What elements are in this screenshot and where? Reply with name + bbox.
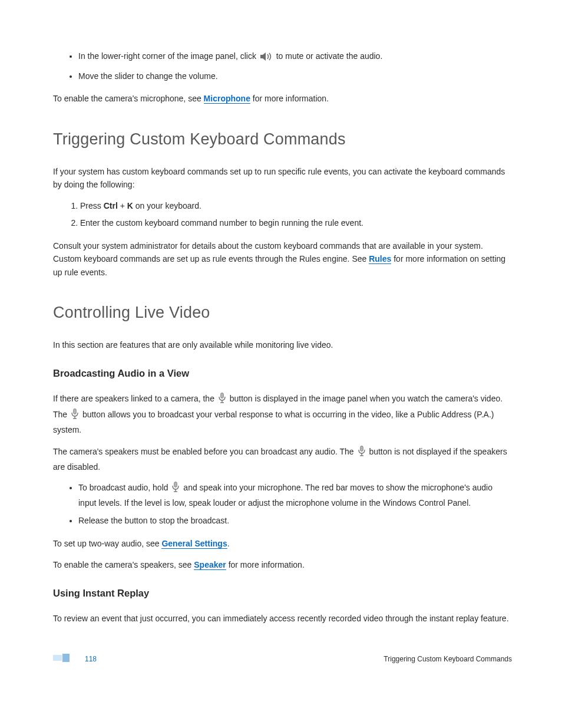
- text: To enable the camera's microphone, see: [53, 94, 204, 103]
- text: on your keyboard.: [133, 201, 201, 210]
- document-page: In the lower-right corner of the image p…: [0, 0, 562, 696]
- list-item: Release the button to stop the broadcast…: [78, 515, 512, 528]
- text: Move the slider to change the volume.: [78, 71, 218, 81]
- text: for more information.: [250, 94, 329, 103]
- footer-left: 118: [53, 653, 97, 665]
- paragraph: In this section are features that are on…: [53, 338, 512, 351]
- paragraph: If there are speakers linked to a camera…: [53, 392, 512, 436]
- paragraph: To enable the camera's microphone, see M…: [53, 92, 512, 105]
- microphone-icon: [218, 393, 226, 407]
- text: To enable the camera's speakers, see: [53, 560, 194, 569]
- text: for more information.: [226, 560, 305, 569]
- list-item: Press Ctrl + K on your keyboard.: [80, 200, 512, 213]
- subsection-replay: Using Instant Replay: [53, 588, 512, 599]
- text: Release the button to stop the broadcast…: [78, 516, 229, 525]
- text: To set up two-way audio, see: [53, 539, 161, 548]
- microphone-icon: [171, 482, 180, 497]
- svg-rect-6: [360, 446, 363, 451]
- text: to mute or activate the audio.: [276, 51, 383, 61]
- microphone-icon: [358, 446, 366, 460]
- svg-rect-12: [53, 655, 62, 661]
- audio-controls-list: In the lower-right corner of the image p…: [70, 50, 512, 83]
- list-item: Move the slider to change the volume.: [78, 70, 512, 83]
- paragraph: To review an event that just occurred, y…: [53, 612, 512, 625]
- section-heading-triggering: Triggering Custom Keyboard Commands: [53, 130, 512, 149]
- broadcast-steps-list: To broadcast audio, hold and speak into …: [70, 482, 512, 527]
- trigger-steps-list: Press Ctrl + K on your keyboard. Enter t…: [67, 200, 512, 230]
- svg-rect-13: [62, 654, 70, 662]
- general-settings-link[interactable]: General Settings: [161, 539, 227, 549]
- svg-rect-3: [74, 409, 77, 414]
- paragraph: To set up two-way audio, see General Set…: [53, 537, 512, 550]
- text: If there are speakers linked to a camera…: [53, 394, 217, 403]
- paragraph: Consult your system administrator for de…: [53, 239, 512, 279]
- svg-rect-0: [221, 393, 224, 398]
- paragraph: To enable the camera's speakers, see Spe…: [53, 558, 512, 571]
- speaker-link[interactable]: Speaker: [194, 560, 226, 570]
- text: button allows you to broadcast your verb…: [53, 410, 494, 434]
- section-heading-controlling: Controlling Live Video: [53, 304, 512, 322]
- svg-rect-9: [174, 482, 177, 487]
- page-number: 118: [85, 655, 97, 663]
- list-item: Enter the custom keyboard command number…: [80, 217, 512, 230]
- paragraph: If your system has custom keyboard comma…: [53, 165, 512, 192]
- rules-link[interactable]: Rules: [369, 254, 391, 264]
- kbd-ctrl: Ctrl: [104, 201, 118, 210]
- speaker-icon: [260, 52, 273, 65]
- text: To broadcast audio, hold: [78, 483, 170, 492]
- footer-logo-icon: [53, 653, 78, 665]
- footer-breadcrumb: Triggering Custom Keyboard Commands: [384, 655, 512, 663]
- page-footer: 118 Triggering Custom Keyboard Commands: [53, 653, 512, 665]
- subsection-broadcast: Broadcasting Audio in a View: [53, 368, 512, 379]
- list-item: In the lower-right corner of the image p…: [78, 50, 512, 65]
- paragraph: The camera's speakers must be enabled be…: [53, 445, 512, 474]
- text: Press: [80, 201, 104, 210]
- text: In the lower-right corner of the image p…: [78, 51, 256, 61]
- list-item: To broadcast audio, hold and speak into …: [78, 482, 512, 509]
- text: The camera's speakers must be enabled be…: [53, 447, 356, 456]
- text: Enter the custom keyboard command number…: [80, 218, 363, 228]
- microphone-icon: [71, 409, 79, 423]
- text: +: [118, 201, 127, 210]
- text: .: [227, 539, 230, 548]
- microphone-link[interactable]: Microphone: [204, 94, 250, 104]
- kbd-k: K: [127, 201, 133, 210]
